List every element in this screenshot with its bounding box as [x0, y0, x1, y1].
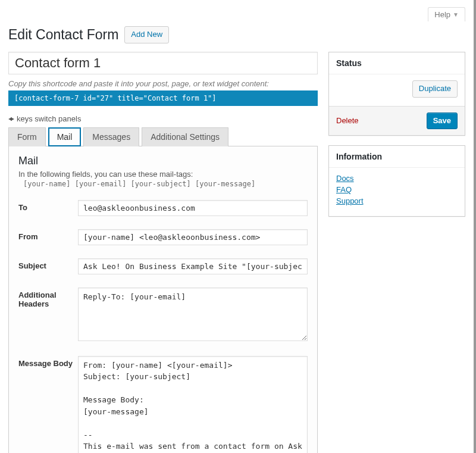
mail-panel: Mail In the following fields, you can us…	[8, 146, 318, 453]
faq-link[interactable]: FAQ	[336, 185, 458, 194]
shortcode-display[interactable]: [contact-form-7 id="27" title="Contact f…	[8, 90, 318, 106]
label-to: To	[18, 200, 78, 212]
status-heading: Status	[329, 52, 465, 74]
duplicate-button[interactable]: Duplicate	[412, 80, 458, 98]
label-from: From	[18, 229, 78, 241]
page-title: Edit Contact Form	[8, 27, 118, 43]
from-input[interactable]	[78, 229, 308, 245]
message-body-textarea[interactable]	[78, 356, 308, 453]
information-box: Information Docs FAQ Support	[328, 145, 465, 217]
subject-input[interactable]	[78, 258, 308, 274]
tab-form[interactable]: Form	[8, 127, 46, 146]
docs-link[interactable]: Docs	[336, 174, 458, 183]
help-tab[interactable]: Help ▼	[428, 7, 465, 21]
add-new-button[interactable]: Add New	[124, 26, 169, 43]
status-box: Status Duplicate Delete Save	[328, 52, 465, 136]
label-subject: Subject	[18, 258, 78, 270]
arrows-icon: ◂▸	[8, 114, 13, 123]
mail-heading: Mail	[18, 155, 308, 167]
information-heading: Information	[329, 146, 465, 168]
chevron-down-icon: ▼	[453, 11, 459, 18]
label-additional-headers: Additional Headers	[18, 288, 78, 308]
label-message-body: Message Body	[18, 356, 78, 368]
mail-tags: [your-name] [your-email] [your-subject] …	[18, 180, 308, 188]
tab-mail[interactable]: Mail	[48, 127, 82, 146]
tab-additional-settings[interactable]: Additional Settings	[142, 127, 228, 146]
shortcode-hint: Copy this shortcode and paste it into yo…	[8, 79, 318, 88]
help-label: Help	[434, 10, 450, 19]
keys-hint: keys switch panels	[17, 114, 81, 123]
form-title-input[interactable]	[8, 52, 318, 74]
delete-link[interactable]: Delete	[336, 116, 359, 125]
tab-messages[interactable]: Messages	[83, 127, 139, 146]
mail-intro: In the following fields, you can use the…	[18, 170, 308, 179]
support-link[interactable]: Support	[336, 196, 458, 205]
save-button[interactable]: Save	[427, 113, 458, 130]
to-input[interactable]	[78, 200, 308, 216]
additional-headers-textarea[interactable]	[78, 288, 308, 341]
